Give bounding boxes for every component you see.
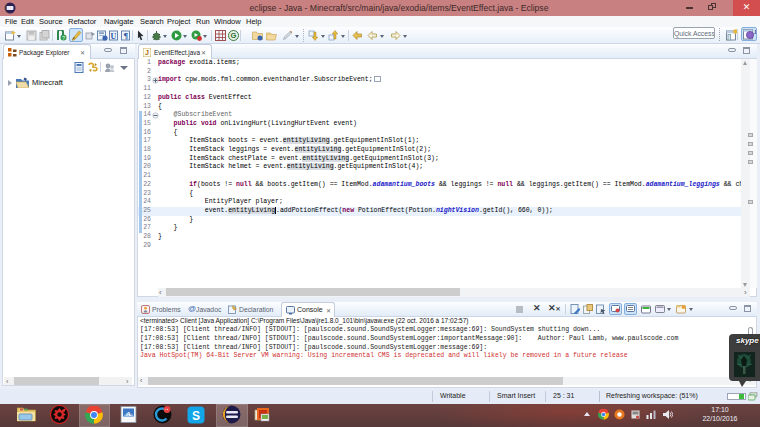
svg-text:J: J	[145, 49, 149, 56]
svg-text:?: ?	[62, 35, 65, 41]
svg-text:G: G	[231, 31, 237, 40]
svg-text:U: U	[111, 32, 117, 41]
svg-text:¶: ¶	[124, 31, 129, 41]
svg-text:A: A	[126, 410, 131, 418]
svg-text:S: S	[192, 409, 200, 423]
svg-text:J: J	[754, 28, 757, 36]
